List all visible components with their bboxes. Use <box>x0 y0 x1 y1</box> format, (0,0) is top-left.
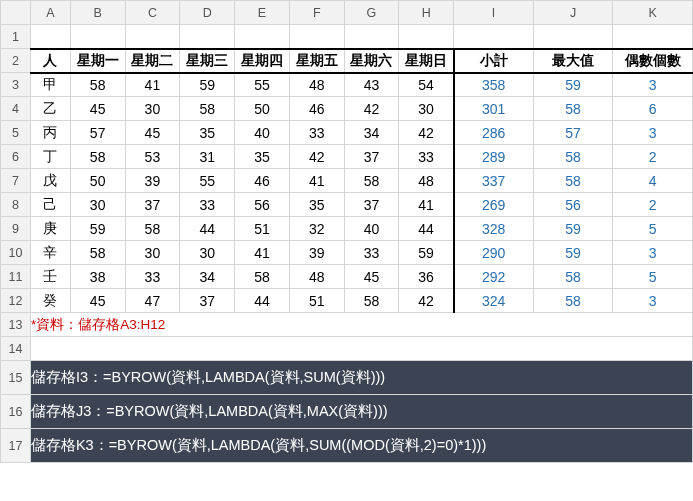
col-header[interactable]: J <box>533 1 613 25</box>
row-header[interactable]: 7 <box>1 169 31 193</box>
data-cell[interactable]: 45 <box>125 121 180 145</box>
max-cell[interactable]: 59 <box>533 217 613 241</box>
data-cell[interactable]: 40 <box>344 217 399 241</box>
person-label[interactable]: 丁 <box>30 145 70 169</box>
data-cell[interactable]: 51 <box>289 289 344 313</box>
table-col-label[interactable]: 人 <box>30 49 70 73</box>
cell[interactable] <box>235 25 290 49</box>
row-header[interactable]: 3 <box>1 73 31 97</box>
cell[interactable] <box>533 25 613 49</box>
subtotal-cell[interactable]: 289 <box>454 145 534 169</box>
subtotal-cell[interactable]: 328 <box>454 217 534 241</box>
col-header[interactable]: A <box>30 1 70 25</box>
data-cell[interactable]: 44 <box>399 217 454 241</box>
row-header[interactable]: 1 <box>1 25 31 49</box>
table-col-label[interactable]: 星期三 <box>180 49 235 73</box>
data-cell[interactable]: 46 <box>235 169 290 193</box>
data-cell[interactable]: 59 <box>180 73 235 97</box>
evencount-cell[interactable]: 3 <box>613 241 693 265</box>
data-cell[interactable]: 56 <box>235 193 290 217</box>
data-cell[interactable]: 34 <box>180 265 235 289</box>
person-label[interactable]: 乙 <box>30 97 70 121</box>
max-cell[interactable]: 59 <box>533 241 613 265</box>
data-cell[interactable]: 34 <box>344 121 399 145</box>
cell[interactable] <box>613 25 693 49</box>
data-cell[interactable]: 44 <box>180 217 235 241</box>
data-cell[interactable]: 40 <box>235 121 290 145</box>
row-header[interactable]: 15 <box>1 361 31 395</box>
data-cell[interactable]: 33 <box>180 193 235 217</box>
table-col-label[interactable]: 星期六 <box>344 49 399 73</box>
table-col-label[interactable]: 星期四 <box>235 49 290 73</box>
data-cell[interactable]: 41 <box>235 241 290 265</box>
data-cell[interactable]: 30 <box>70 193 125 217</box>
row-header[interactable]: 8 <box>1 193 31 217</box>
data-cell[interactable]: 42 <box>289 145 344 169</box>
data-cell[interactable]: 50 <box>235 97 290 121</box>
evencount-cell[interactable]: 2 <box>613 193 693 217</box>
data-cell[interactable]: 30 <box>125 97 180 121</box>
cell[interactable] <box>180 25 235 49</box>
row-header[interactable]: 17 <box>1 429 31 463</box>
person-label[interactable]: 癸 <box>30 289 70 313</box>
person-label[interactable]: 己 <box>30 193 70 217</box>
data-cell[interactable]: 41 <box>125 73 180 97</box>
cell[interactable] <box>344 25 399 49</box>
data-cell[interactable]: 58 <box>125 217 180 241</box>
person-label[interactable]: 甲 <box>30 73 70 97</box>
col-header[interactable]: B <box>70 1 125 25</box>
cell[interactable] <box>399 25 454 49</box>
data-cell[interactable]: 58 <box>344 169 399 193</box>
col-header[interactable]: I <box>454 1 534 25</box>
subtotal-cell[interactable]: 324 <box>454 289 534 313</box>
data-cell[interactable]: 58 <box>70 73 125 97</box>
table-col-label[interactable]: 星期日 <box>399 49 454 73</box>
data-cell[interactable]: 51 <box>235 217 290 241</box>
col-header[interactable]: D <box>180 1 235 25</box>
max-cell[interactable]: 58 <box>533 97 613 121</box>
data-cell[interactable]: 43 <box>344 73 399 97</box>
table-col-label[interactable]: 最大值 <box>533 49 613 73</box>
evencount-cell[interactable]: 5 <box>613 217 693 241</box>
row-header[interactable]: 11 <box>1 265 31 289</box>
person-label[interactable]: 戊 <box>30 169 70 193</box>
evencount-cell[interactable]: 6 <box>613 97 693 121</box>
col-header[interactable]: E <box>235 1 290 25</box>
data-cell[interactable]: 58 <box>344 289 399 313</box>
data-cell[interactable]: 45 <box>70 289 125 313</box>
subtotal-cell[interactable]: 337 <box>454 169 534 193</box>
cell[interactable] <box>30 337 692 361</box>
row-header[interactable]: 9 <box>1 217 31 241</box>
data-cell[interactable]: 53 <box>125 145 180 169</box>
spreadsheet[interactable]: A B C D E F G H I J K 12人星期一星期二星期三星期四星期五… <box>0 0 693 463</box>
data-cell[interactable]: 33 <box>125 265 180 289</box>
data-cell[interactable]: 37 <box>344 193 399 217</box>
subtotal-cell[interactable]: 286 <box>454 121 534 145</box>
data-cell[interactable]: 55 <box>180 169 235 193</box>
col-header[interactable]: F <box>289 1 344 25</box>
data-cell[interactable]: 48 <box>289 73 344 97</box>
data-cell[interactable]: 35 <box>289 193 344 217</box>
cell[interactable] <box>125 25 180 49</box>
max-cell[interactable]: 59 <box>533 73 613 97</box>
data-cell[interactable]: 58 <box>180 97 235 121</box>
max-cell[interactable]: 56 <box>533 193 613 217</box>
select-all-corner[interactable] <box>1 1 31 25</box>
data-cell[interactable]: 37 <box>180 289 235 313</box>
data-cell[interactable]: 33 <box>289 121 344 145</box>
data-cell[interactable]: 30 <box>125 241 180 265</box>
data-cell[interactable]: 39 <box>289 241 344 265</box>
cell[interactable] <box>454 25 534 49</box>
person-label[interactable]: 壬 <box>30 265 70 289</box>
data-cell[interactable]: 39 <box>125 169 180 193</box>
data-cell[interactable]: 45 <box>344 265 399 289</box>
col-header[interactable]: C <box>125 1 180 25</box>
row-header[interactable]: 4 <box>1 97 31 121</box>
data-cell[interactable]: 48 <box>289 265 344 289</box>
data-cell[interactable]: 50 <box>70 169 125 193</box>
data-cell[interactable]: 42 <box>344 97 399 121</box>
cell[interactable] <box>70 25 125 49</box>
evencount-cell[interactable]: 3 <box>613 73 693 97</box>
data-cell[interactable]: 48 <box>399 169 454 193</box>
max-cell[interactable]: 58 <box>533 289 613 313</box>
